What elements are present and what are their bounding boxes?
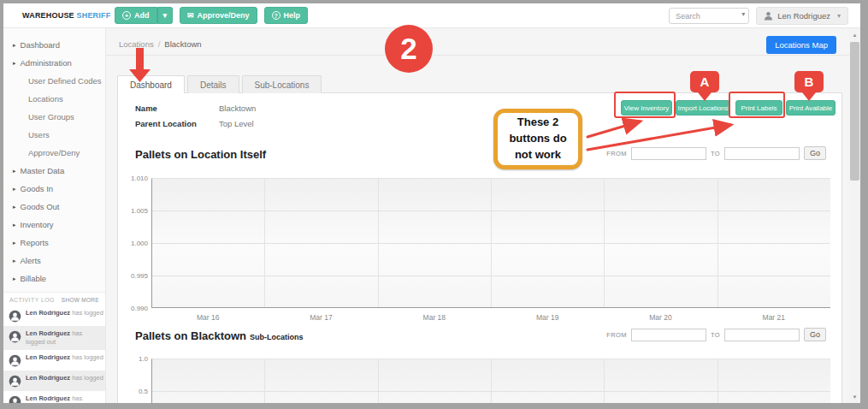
sidebar-item-user-defined-codes[interactable]: User Defined Codes (3, 72, 105, 90)
go-button-2[interactable]: Go (804, 328, 826, 341)
x-tick: Mar 20 (604, 313, 717, 322)
user-menu[interactable]: Len Rodriguez ▾ (756, 7, 848, 25)
y-tick: 0.995 (127, 272, 148, 280)
activity-log-entry: Len Rodriguez has logged out (3, 391, 105, 403)
field-parent-location: Parent Location Top Level (135, 119, 254, 128)
chevron-right-icon: ▸ (13, 42, 16, 49)
y-tick: 1.005 (127, 207, 148, 215)
activity-log-entry: Len Rodriguez has logged in (3, 370, 105, 391)
chart-pallets-sublocations: 1.0 0.5 (127, 359, 835, 403)
chevron-right-icon: ▸ (13, 186, 16, 193)
vertical-scrollbar[interactable]: ▲ ▼ (849, 28, 860, 403)
chart-pallets-location: 1.010 1.005 1.000 0.995 0.990 Mar 16 Mar… (127, 178, 835, 330)
breadcrumb-current: Blacktown (164, 39, 201, 49)
breadcrumb-separator: / (158, 39, 161, 49)
user-caret-icon: ▾ (837, 12, 841, 20)
user-icon (764, 11, 773, 21)
question-icon: ? (272, 11, 280, 20)
date-filter-1: FROM TO Go (606, 146, 826, 160)
x-tick: Mar 21 (717, 313, 830, 322)
sidebar-item-reports[interactable]: ▸Reports (3, 234, 105, 252)
sidebar: ▸Dashboard ▸Administration User Defined … (3, 28, 106, 403)
sidebar-item-inventory[interactable]: ▸Inventory (3, 216, 105, 234)
from-date-input-1[interactable] (631, 147, 706, 160)
sidebar-item-master-data[interactable]: ▸Master Data (3, 162, 105, 180)
breadcrumb-locations[interactable]: Locations (119, 39, 154, 49)
sidebar-item-goods-out[interactable]: ▸Goods Out (3, 198, 105, 216)
locations-map-button[interactable]: Locations Map (766, 36, 836, 54)
sidebar-item-user-groups[interactable]: User Groups (3, 108, 105, 126)
divider (106, 55, 860, 56)
tab-sub-locations[interactable]: Sub-Locations (242, 75, 322, 93)
print-available-button[interactable]: Print Available (786, 100, 836, 116)
sidebar-item-administration[interactable]: ▸Administration (3, 54, 105, 72)
add-dropdown-button[interactable]: ▾ (157, 7, 174, 24)
field-name: Name Blacktown (135, 104, 256, 113)
chevron-right-icon: ▸ (13, 168, 16, 175)
x-tick: Mar 16 (151, 313, 264, 322)
avatar-icon (9, 330, 21, 343)
brand-name: WAREHOUSE SHERIFF (22, 11, 110, 20)
x-tick: Mar 18 (378, 313, 491, 322)
y-tick: 1.000 (127, 240, 148, 247)
activity-log-entry: Len Rodriguez has logged in (3, 305, 105, 326)
avatar-icon (9, 375, 21, 388)
chart-plot-area (151, 359, 830, 403)
x-tick: Mar 17 (264, 313, 377, 322)
to-date-input-1[interactable] (724, 147, 800, 160)
help-button[interactable]: ?Help (264, 7, 309, 24)
sidebar-nav: ▸Dashboard ▸Administration User Defined … (3, 28, 105, 305)
sidebar-item-goods-in[interactable]: ▸Goods In (3, 180, 105, 198)
app-window: WAREHOUSE SHERIFF +Add ▾ ✉Approve/Deny ?… (0, 0, 868, 409)
search-box: ▾ (669, 7, 749, 25)
top-bar-actions: +Add ▾ ✉Approve/Deny ?Help (115, 7, 308, 24)
tab-details[interactable]: Details (187, 75, 239, 93)
x-axis-labels: Mar 16 Mar 17 Mar 18 Mar 19 Mar 20 Mar 2… (151, 313, 830, 322)
scroll-down-icon[interactable]: ▼ (849, 392, 860, 402)
add-split-button: +Add ▾ (115, 7, 173, 24)
avatar-icon (9, 354, 21, 367)
y-tick: 1.010 (127, 175, 148, 182)
chevron-right-icon: ▸ (13, 276, 16, 282)
sidebar-item-locations[interactable]: Locations (3, 90, 105, 108)
user-name: Len Rodriguez (777, 11, 830, 21)
sidebar-item-approve-deny[interactable]: Approve/Deny (3, 144, 105, 162)
chevron-right-icon: ▸ (13, 258, 16, 264)
activity-log: ACTIVITY LOG SHOW MORE Len Rodriguez has… (3, 292, 105, 403)
chevron-right-icon: ▸ (13, 240, 16, 246)
search-caret-icon[interactable]: ▾ (741, 10, 745, 18)
activity-log-entry: Len Rodriguez has logged in (3, 350, 105, 370)
search-input[interactable] (669, 8, 749, 24)
sidebar-item-dashboard[interactable]: ▸Dashboard (3, 36, 105, 54)
view-inventory-button[interactable]: View Inventory (621, 100, 672, 116)
scrollbar-thumb[interactable] (850, 42, 859, 181)
top-bar: WAREHOUSE SHERIFF +Add ▾ ✉Approve/Deny ?… (3, 3, 860, 28)
sidebar-item-users[interactable]: Users (3, 126, 105, 144)
import-locations-button[interactable]: Import Locations (676, 100, 730, 116)
caret-down-icon: ▾ (163, 11, 168, 20)
envelope-icon: ✉ (187, 11, 194, 20)
date-filter-2: FROM TO Go (606, 328, 826, 341)
scroll-up-icon[interactable]: ▲ (849, 30, 860, 40)
to-date-input-2[interactable] (724, 329, 800, 341)
tab-bar: Dashboard Details Sub-Locations (117, 75, 324, 93)
dashboard-panel: Name Blacktown Parent Location Top Level… (117, 92, 842, 403)
from-date-input-2[interactable] (631, 329, 706, 341)
show-more-link[interactable]: SHOW MORE (62, 297, 99, 303)
activity-log-entry: Len Rodriguez has logged out (3, 326, 105, 350)
chevron-right-icon: ▸ (13, 204, 16, 210)
activity-log-title: ACTIVITY LOG (9, 297, 55, 303)
sidebar-item-alerts[interactable]: ▸Alerts (3, 252, 105, 270)
tab-dashboard[interactable]: Dashboard (117, 75, 185, 93)
y-tick: 1.0 (127, 355, 148, 363)
chevron-right-icon: ▸ (13, 60, 16, 67)
add-button[interactable]: +Add (115, 7, 157, 24)
section-title-pallets-location: Pallets on Location Itself (135, 148, 266, 161)
chevron-right-icon: ▸ (13, 222, 16, 228)
avatar-icon (9, 310, 21, 323)
plus-icon: + (122, 11, 131, 20)
sidebar-item-billable[interactable]: ▸Billable (3, 270, 105, 287)
approve-deny-button[interactable]: ✉Approve/Deny (180, 7, 257, 24)
print-labels-button[interactable]: Print Labels (735, 100, 782, 116)
go-button-1[interactable]: Go (804, 146, 826, 160)
